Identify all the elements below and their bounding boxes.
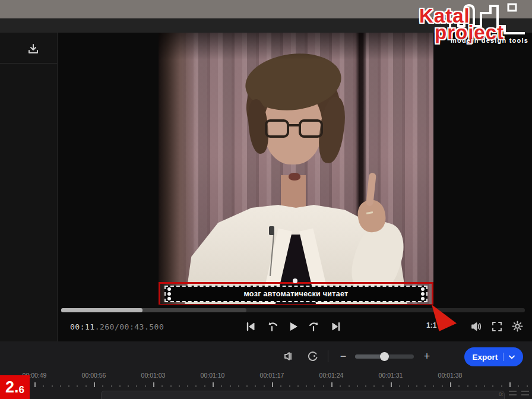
audio-tool-icon[interactable] xyxy=(282,349,296,363)
subtitle-box[interactable]: мозг автоматически читает xyxy=(164,286,428,302)
subtitle-resize-handle-right[interactable] xyxy=(421,287,425,300)
skip-to-end-icon[interactable] xyxy=(329,319,343,333)
ruler-tick-minor xyxy=(238,385,239,387)
ruler-label: 00:01:10 xyxy=(201,372,225,379)
ruler-tick-minor xyxy=(501,385,502,387)
ruler-tick-minor xyxy=(128,385,129,387)
ruler-tick-minor xyxy=(416,385,417,387)
left-sidebar xyxy=(0,33,58,341)
seekbar-played xyxy=(61,308,142,312)
ruler-tick-minor xyxy=(280,385,281,387)
ruler-tick-major xyxy=(391,382,392,387)
ruler-tick-minor xyxy=(314,385,315,387)
video-preview[interactable]: мозг автоматически читает xyxy=(159,33,433,305)
ruler-tick-minor xyxy=(86,385,87,387)
ruler-label: 00:00:56 xyxy=(82,372,106,379)
sidebar-divider xyxy=(0,63,58,64)
ruler-tick-minor xyxy=(476,385,477,387)
ruler-label: 00:01:03 xyxy=(141,372,166,379)
clip-resize-handle[interactable] xyxy=(509,390,517,397)
fullscreen-icon[interactable] xyxy=(490,319,504,333)
ruler-tick-minor xyxy=(102,385,103,387)
ruler-tick-minor xyxy=(373,385,375,387)
window-titlebar xyxy=(0,0,532,18)
export-button[interactable]: Export xyxy=(464,347,523,366)
ruler-label: 00:01:24 xyxy=(319,372,344,379)
ruler-tick-minor xyxy=(442,385,443,387)
ruler-tick-minor xyxy=(323,385,324,387)
timeline-zoom-slider[interactable] xyxy=(355,354,414,359)
time-current: 00:11 xyxy=(70,322,95,331)
clip-end-label: 0: xyxy=(499,391,504,397)
ruler-label: 00:01:17 xyxy=(260,372,284,379)
time-current-ms: .260 xyxy=(95,322,115,331)
ruler-tick-minor xyxy=(458,385,460,387)
ruler-tick-minor xyxy=(230,385,231,387)
jump-forward-icon[interactable] xyxy=(308,319,321,333)
ruler-tick-minor xyxy=(119,385,121,387)
ruler-label: 00:01:38 xyxy=(438,372,463,379)
app-window: × Katal project modern design tools xyxy=(0,0,532,399)
time-total: 00:43.500 xyxy=(119,322,164,331)
ruler-ticks[interactable] xyxy=(0,382,532,388)
export-button-divider xyxy=(503,353,504,361)
zoom-ratio-label: 1:1 xyxy=(426,321,436,330)
ruler-tick-minor xyxy=(349,385,350,387)
preview-right-controls xyxy=(469,319,524,333)
ruler-tick-major xyxy=(153,382,154,387)
timeline-zoom-in-icon[interactable]: + xyxy=(420,349,434,363)
ruler-tick-minor xyxy=(399,385,400,387)
video-top-shade xyxy=(159,33,433,305)
ruler-tick-minor xyxy=(221,385,222,387)
ruler-tick-major xyxy=(94,382,95,387)
ruler-tick-major xyxy=(331,382,332,387)
ruler-tick-minor xyxy=(204,385,205,387)
ruler-tick-minor xyxy=(264,385,265,387)
ruler-tick-major xyxy=(34,382,36,387)
toolbar-divider xyxy=(328,350,328,362)
ruler-tick-minor xyxy=(357,385,358,387)
settings-gear-icon[interactable] xyxy=(511,319,524,333)
transport-controls xyxy=(243,319,343,333)
ruler-tick-minor xyxy=(306,385,307,387)
badge-major: 2. xyxy=(5,375,19,399)
subtitle-resize-handle-left[interactable] xyxy=(167,287,171,300)
export-chevron-down-icon[interactable] xyxy=(509,355,515,359)
subtitle-annotation-frame: мозг автоматически читает xyxy=(159,282,433,305)
ruler-tick-minor xyxy=(60,385,61,387)
play-icon[interactable] xyxy=(286,319,300,333)
download-icon[interactable] xyxy=(25,41,42,58)
jump-back-icon[interactable] xyxy=(265,319,278,333)
version-badge: 2. 6 xyxy=(0,375,30,399)
ruler-tick-minor xyxy=(408,385,409,387)
ruler-tick-minor xyxy=(195,385,197,387)
timeline-zoom-out-icon[interactable]: − xyxy=(336,349,350,363)
ruler-tick-minor xyxy=(187,385,188,387)
ruler-tick-minor xyxy=(145,385,146,387)
ruler-tick-minor xyxy=(382,385,384,387)
ruler-tick-minor xyxy=(111,385,112,387)
ruler-tick-minor xyxy=(52,385,53,387)
subtitle-text: мозг автоматически читает xyxy=(166,287,426,301)
subtitle-rotate-handle[interactable] xyxy=(293,278,297,283)
ruler-tick-minor xyxy=(43,385,44,387)
export-label: Export xyxy=(473,353,498,362)
volume-icon[interactable] xyxy=(469,319,483,333)
skip-to-start-icon[interactable] xyxy=(243,319,257,333)
ruler-tick-minor xyxy=(289,385,290,387)
app-header-bar xyxy=(0,18,532,33)
zoom-slider-thumb[interactable] xyxy=(380,352,389,361)
snapping-tool-icon[interactable] xyxy=(306,349,320,363)
ruler-tick-minor xyxy=(467,385,468,387)
ruler-label: 00:01:31 xyxy=(379,372,403,379)
clip-resize-handle[interactable] xyxy=(521,390,529,397)
ruler-tick-minor xyxy=(297,385,299,387)
ruler-tick-minor xyxy=(77,385,78,387)
ruler-labels: 00:00:4900:00:5600:01:0300:01:1000:01:17… xyxy=(0,372,532,380)
ruler-tick-minor xyxy=(246,385,248,387)
ruler-tick-minor xyxy=(170,385,172,387)
ruler-tick-minor xyxy=(433,385,434,387)
ruler-tick-minor xyxy=(136,385,137,387)
seekbar[interactable] xyxy=(61,308,525,312)
timeline-clip[interactable] xyxy=(101,391,505,399)
